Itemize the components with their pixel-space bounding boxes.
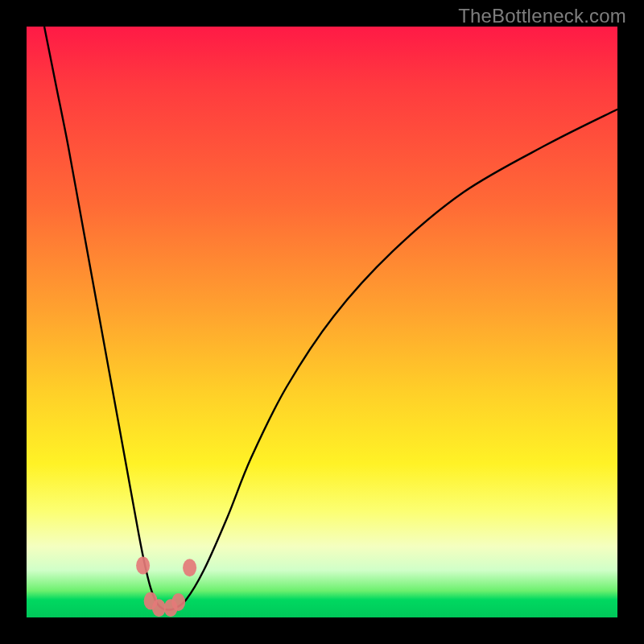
bottleneck-curve [27,27,617,617]
curve-markers [136,556,196,617]
chart-frame: TheBottleneck.com [0,0,644,644]
watermark-text: TheBottleneck.com [458,5,626,27]
curve-marker [152,599,166,617]
plot-area [27,27,617,617]
curve-marker [171,593,185,611]
curve-marker [136,556,150,574]
curve-path [44,27,617,610]
curve-marker [183,559,196,576]
